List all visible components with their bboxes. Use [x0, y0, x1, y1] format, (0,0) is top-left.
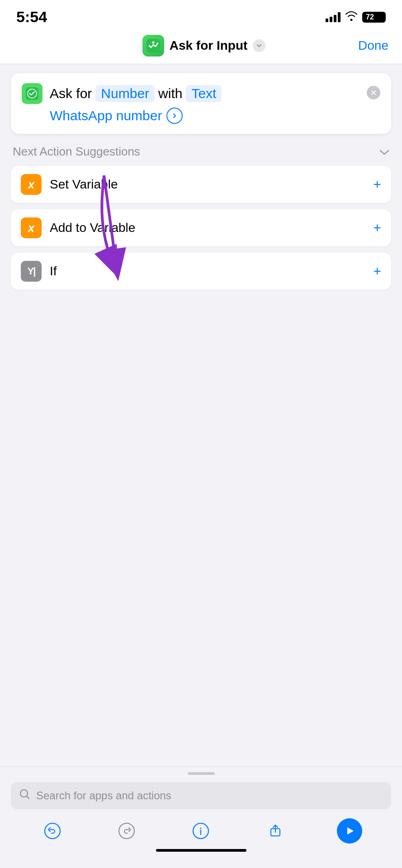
if-label: If	[50, 264, 57, 278]
action-app-icon	[22, 83, 43, 104]
search-bar[interactable]: Search for apps and actions	[11, 782, 391, 809]
redo-button[interactable]	[114, 818, 139, 844]
add-variable-add-button[interactable]: +	[373, 220, 381, 236]
suggestions-header: Next Action Suggestions	[11, 145, 391, 159]
set-variable-add-button[interactable]: +	[373, 177, 381, 192]
play-button[interactable]	[337, 818, 362, 844]
suggestions-chevron-icon[interactable]	[379, 146, 389, 158]
suggestion-set-variable[interactable]: x Set Variable +	[11, 166, 391, 203]
svg-point-1	[152, 41, 155, 44]
battery-icon: 72	[362, 12, 386, 23]
nav-title-area: Ask for Input	[142, 35, 266, 57]
nav-bar: Ask for Input Done	[0, 30, 402, 64]
bottom-toolbar	[11, 818, 391, 844]
home-indicator	[156, 849, 246, 852]
suggestion-if[interactable]: Y| If +	[11, 253, 391, 290]
suggestion-add-variable[interactable]: x Add to Variable +	[11, 209, 391, 246]
info-button[interactable]	[188, 818, 213, 844]
if-icon: Y|	[21, 261, 42, 282]
close-button[interactable]	[367, 86, 380, 99]
signal-bars-icon	[326, 12, 341, 22]
svg-point-6	[45, 823, 60, 839]
svg-point-9	[200, 828, 202, 829]
if-add-button[interactable]: +	[373, 264, 381, 279]
status-bar: 5:54 72	[0, 0, 402, 30]
bottom-sheet: Search for apps and actions	[0, 766, 402, 868]
with-label: with	[158, 86, 182, 101]
status-time: 5:54	[16, 8, 47, 26]
nav-chevron-icon[interactable]	[253, 39, 265, 52]
action-second-row: WhatsApp number	[22, 108, 380, 124]
share-button[interactable]	[263, 818, 288, 844]
app-icon	[142, 35, 164, 57]
svg-point-7	[119, 823, 134, 839]
svg-rect-0	[147, 39, 160, 52]
add-variable-label: Add to Variable	[50, 221, 135, 235]
bottom-handle	[188, 772, 215, 775]
suggestions-title: Next Action Suggestions	[13, 145, 140, 159]
status-icons: 72	[326, 11, 386, 24]
nav-title: Ask for Input	[170, 38, 248, 53]
done-button[interactable]: Done	[358, 38, 388, 53]
undo-button[interactable]	[40, 818, 65, 844]
action-card: Ask for Number with Text WhatsApp number	[11, 73, 391, 134]
set-variable-label: Set Variable	[50, 177, 118, 192]
whatsapp-label[interactable]: WhatsApp number	[50, 108, 162, 123]
main-content: Ask for Number with Text WhatsApp number…	[0, 64, 402, 305]
add-variable-icon: x	[21, 217, 42, 238]
ask-for-label: Ask for	[50, 86, 92, 101]
text-label[interactable]: Text	[186, 85, 222, 102]
set-variable-icon: x	[21, 174, 42, 195]
search-placeholder: Search for apps and actions	[36, 789, 171, 802]
search-icon	[19, 788, 31, 803]
wifi-icon	[345, 11, 358, 24]
expand-button[interactable]	[166, 108, 183, 124]
action-text-area: Ask for Number with Text	[50, 83, 359, 102]
number-label[interactable]: Number	[95, 85, 155, 102]
